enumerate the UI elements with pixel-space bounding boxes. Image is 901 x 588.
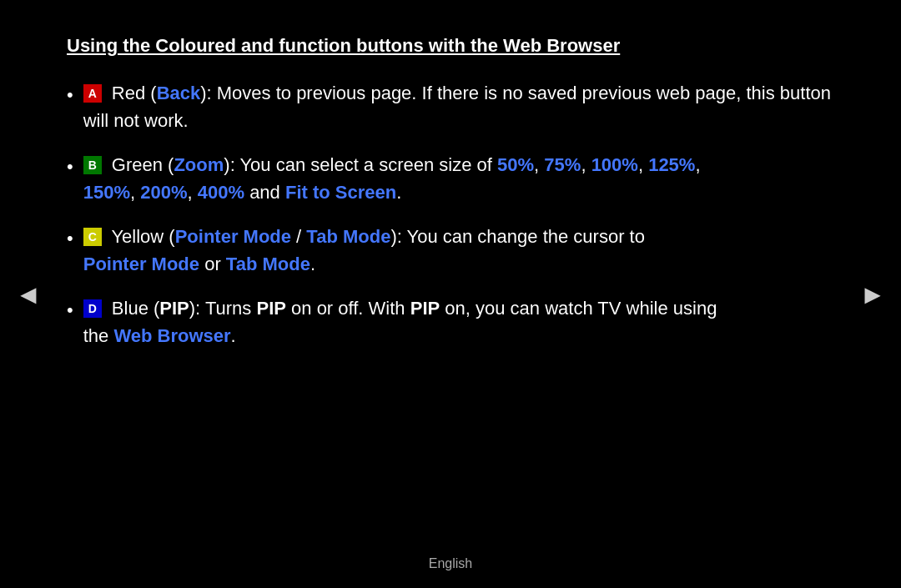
color-name-blue: Blue ( [112, 298, 159, 319]
tab-mode-link: Tab Mode [306, 226, 390, 247]
blue-desc2: on or off. With [286, 298, 410, 319]
color-name-red: Red ( [112, 83, 157, 103]
list-item-yellow: • C Yellow (Pointer Mode / Tab Mode): Yo… [67, 223, 834, 278]
badge-green: B [83, 156, 102, 174]
comma2: , [581, 154, 591, 175]
web-browser-link: Web Browser [113, 325, 230, 346]
zoom-50: 50% [497, 154, 534, 175]
green-desc: ): You can select a screen size of [224, 154, 497, 175]
bullet-dot-yellow: • [67, 224, 73, 252]
zoom-400: 400% [198, 182, 244, 203]
comma4: , [695, 154, 700, 175]
tab-mode-text: Tab Mode [226, 254, 310, 274]
yellow-period: . [310, 254, 315, 274]
color-name-green: Green ( [112, 154, 174, 175]
and-text: and [244, 182, 285, 203]
zoom-100: 100% [591, 154, 638, 175]
footer-language: English [429, 556, 472, 571]
bullet-dot-green: • [67, 153, 73, 180]
zoom-125: 125% [648, 154, 695, 175]
comma6: , [188, 182, 198, 203]
main-content: Using the Coloured and function buttons … [67, 33, 834, 366]
bullet-list: • A Red (Back): Moves to previous page. … [67, 79, 834, 349]
zoom-200: 200% [140, 182, 187, 203]
fit-to-screen: Fit to Screen [285, 182, 396, 203]
pointer-mode-text: Pointer Mode [83, 254, 199, 274]
blue-period: . [231, 325, 236, 346]
li-content-red: A Red (Back): Moves to previous page. If… [83, 79, 834, 134]
badge-red: A [83, 84, 102, 103]
comma1: , [534, 154, 544, 175]
zoom-link: Zoom [174, 154, 224, 175]
back-link: Back [157, 83, 201, 103]
comma5: , [130, 182, 140, 203]
bullet-dot-red: • [67, 81, 73, 108]
pip-bold-paren: PIP [159, 298, 189, 319]
pointer-mode-link: Pointer Mode [175, 226, 291, 247]
blue-desc3: on, you can watch TV while using [440, 298, 717, 319]
blue-desc1: ): Turns [189, 298, 257, 319]
badge-blue: D [83, 299, 102, 318]
pip-bold-1: PIP [256, 298, 285, 319]
li-content-green: B Green (Zoom): You can select a screen … [83, 151, 834, 206]
list-item-red: • A Red (Back): Moves to previous page. … [67, 79, 834, 134]
comma3: , [638, 154, 648, 175]
color-name-yellow: Yellow ( [111, 226, 174, 247]
yellow-desc: ): You can change the cursor to [390, 226, 645, 247]
li-content-blue: D Blue (PIP): Turns PIP on or off. With … [83, 294, 834, 349]
or-text: or [199, 254, 226, 274]
green-period: . [396, 182, 401, 203]
page: ◄ ► Using the Coloured and function butt… [0, 0, 901, 588]
page-title: Using the Coloured and function buttons … [67, 33, 834, 59]
nav-arrow-right[interactable]: ► [859, 279, 886, 309]
li-content-yellow: C Yellow (Pointer Mode / Tab Mode): You … [83, 223, 834, 278]
badge-yellow: C [83, 228, 102, 246]
bullet-dot-blue: • [67, 296, 73, 324]
list-item-blue: • D Blue (PIP): Turns PIP on or off. Wit… [67, 294, 834, 349]
zoom-75: 75% [544, 154, 581, 175]
the-text: the [83, 325, 114, 346]
list-item-green: • B Green (Zoom): You can select a scree… [67, 151, 834, 206]
pip-bold-2: PIP [410, 298, 440, 319]
nav-arrow-left[interactable]: ◄ [15, 279, 42, 309]
zoom-150: 150% [83, 182, 130, 203]
slash: / [291, 226, 306, 247]
